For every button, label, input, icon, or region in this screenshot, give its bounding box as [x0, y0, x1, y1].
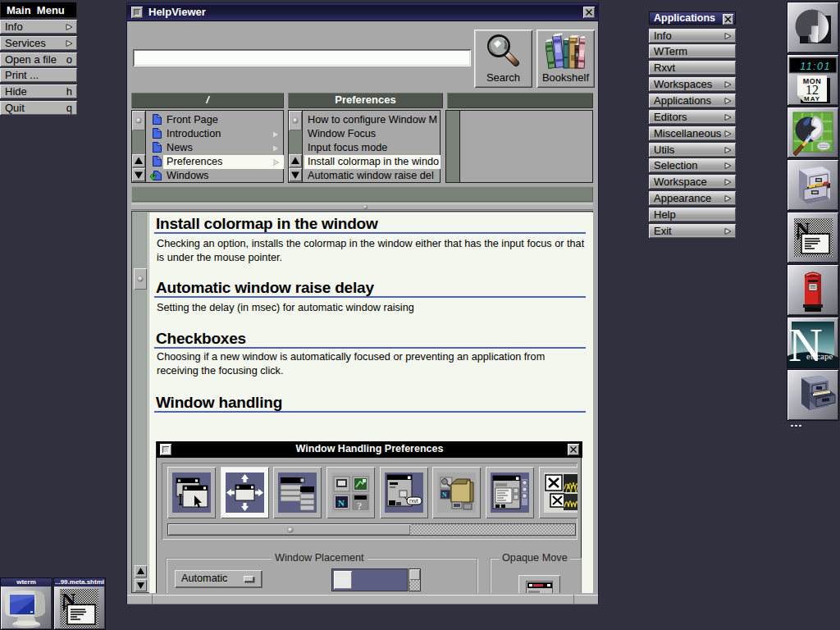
- svg-text:etscape: etscape: [806, 351, 833, 361]
- svg-text:11:01: 11:01: [800, 61, 831, 72]
- svg-text:MAY: MAY: [804, 95, 820, 103]
- svg-text:rxvt: rxvt: [409, 498, 418, 504]
- svg-text:N: N: [338, 498, 345, 508]
- svg-text:N: N: [442, 491, 447, 499]
- svg-text:?: ?: [357, 500, 363, 512]
